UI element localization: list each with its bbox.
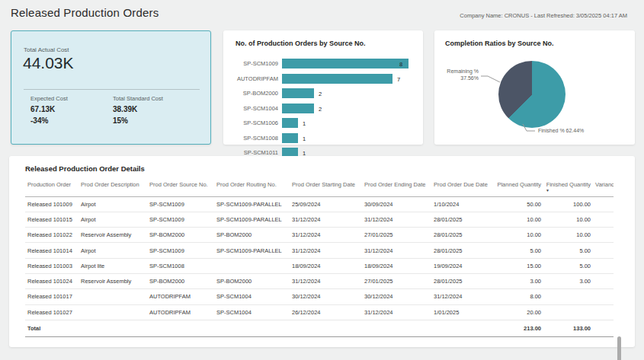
table-cell: Total bbox=[25, 320, 78, 336]
table-cell: 31/12/2024 bbox=[290, 243, 362, 258]
bar-value-label: 7 bbox=[397, 76, 400, 83]
table-cell bbox=[147, 320, 214, 336]
pie-chart-card[interactable]: Completion Ratios by Source No. Remainin… bbox=[434, 30, 635, 145]
table-cell: Airpot bbox=[78, 243, 147, 258]
table-cell bbox=[593, 243, 614, 258]
bar[interactable] bbox=[282, 59, 409, 68]
table-cell: 31/12/2024 bbox=[290, 228, 362, 243]
table-row[interactable]: Released 101009AirpotSP-SCM1009SP-SCM100… bbox=[25, 196, 614, 212]
column-header[interactable]: Production Order bbox=[25, 177, 78, 196]
table-row[interactable]: Released 101014AirpotSP-SCM1009SP-SCM100… bbox=[25, 243, 614, 258]
leader-lines bbox=[434, 53, 635, 145]
table-header-row: Production OrderProd Order DescriptionPr… bbox=[25, 177, 614, 196]
bar-row[interactable]: SP-SCM1009 8 bbox=[223, 58, 423, 73]
table-cell: 5.00 bbox=[494, 243, 543, 258]
table-cell: 18/09/2024 bbox=[290, 258, 362, 273]
bar[interactable] bbox=[282, 88, 314, 98]
table-cell: Released 101009 bbox=[25, 196, 78, 212]
table-cell bbox=[290, 320, 362, 336]
column-header[interactable]: Prod Order Description bbox=[78, 177, 147, 196]
table-row[interactable]: Released 101024Reservoir AssemblySP-BOM2… bbox=[25, 273, 614, 288]
table-cell bbox=[78, 304, 147, 320]
table-cell: SP-SCM1009 bbox=[147, 212, 214, 227]
table-cell: Reservoir Assembly bbox=[78, 228, 147, 243]
table-cell: 30/09/2024 bbox=[362, 196, 431, 212]
table-cell: 28/01/2025 bbox=[431, 212, 494, 227]
bar-category-label: SP-SCM1006 bbox=[223, 119, 278, 126]
table-cell bbox=[362, 320, 431, 336]
table-cell: 28/01/2025 bbox=[431, 243, 494, 258]
table-cell bbox=[78, 289, 147, 304]
column-header[interactable]: Planned Quantity bbox=[494, 177, 543, 196]
column-header[interactable]: Variance bbox=[593, 177, 614, 196]
column-header[interactable]: Prod Order Due Date bbox=[431, 177, 494, 196]
bar-value-label: 1 bbox=[303, 120, 306, 127]
table-cell bbox=[543, 304, 593, 320]
bar-row[interactable]: SP-SCM1004 2 bbox=[223, 103, 423, 118]
kpi-secondary-value: 67.13K bbox=[30, 105, 114, 113]
column-header[interactable]: Finished Quantity▼ bbox=[543, 177, 593, 196]
bar-track: 8 bbox=[282, 59, 412, 68]
bar[interactable] bbox=[282, 104, 314, 113]
table-row[interactable]: Released 101027AUTODRIPFAMSP-SCM100426/1… bbox=[25, 304, 614, 320]
table-cell: 28/01/2025 bbox=[431, 228, 494, 243]
column-header[interactable]: Prod Order Routing No. bbox=[214, 177, 290, 196]
table-cell: AUTODRIPFAM bbox=[147, 304, 214, 320]
bar-row[interactable]: SP-BOM2000 2 bbox=[223, 88, 423, 103]
bar-chart-card[interactable]: No. of Production Orders by Source No. S… bbox=[223, 30, 423, 145]
bar[interactable] bbox=[282, 74, 392, 84]
table-cell: Released 101017 bbox=[25, 289, 78, 304]
table-cell bbox=[593, 320, 614, 336]
table-cell: 31/12/2024 bbox=[290, 273, 362, 288]
table-cell: SP-SCM1004 bbox=[214, 304, 290, 320]
kpi-card-total-actual-cost[interactable]: Total Actual Cost 44.03K Expected Cost 6… bbox=[11, 30, 211, 145]
table-row[interactable]: Released 101015AirpotSP-SCM1009SP-SCM100… bbox=[25, 212, 614, 227]
table-cell: SP-SCM1009-PARALLEL bbox=[214, 212, 290, 227]
table-cell bbox=[593, 273, 614, 288]
kpi-secondary-label: Expected Cost bbox=[30, 95, 114, 102]
bar-row[interactable]: SP-SCM1006 1 bbox=[223, 117, 423, 132]
table-cell: Released 101022 bbox=[25, 228, 78, 243]
table-cell bbox=[593, 228, 614, 243]
table-cell: SP-BOM2000 bbox=[147, 228, 214, 243]
table-cell: Released 101024 bbox=[25, 273, 78, 288]
bar[interactable] bbox=[282, 118, 298, 128]
table-cell: 18/09/2024 bbox=[362, 258, 431, 273]
table-row[interactable]: Released 101017AUTODRIPFAMSP-SCM100430/1… bbox=[25, 289, 614, 304]
table-cell: SP-SCM1009-PARALLEL bbox=[214, 196, 290, 212]
table-cell: SP-SCM1009-PARALLEL bbox=[214, 243, 290, 258]
top-header-bar: Released Production Orders Company Name:… bbox=[0, 0, 644, 27]
bar-chart-title: No. of Production Orders by Source No. bbox=[235, 40, 366, 47]
kpi-secondary-value: 38.39K bbox=[113, 105, 197, 113]
kpi-secondary-expected-cost: Expected Cost 67.13K -34% bbox=[30, 95, 114, 125]
table-row[interactable]: Released 101022Reservoir AssemblySP-BOM2… bbox=[25, 228, 614, 243]
kpi-secondary-delta: -34% bbox=[30, 116, 114, 125]
table-cell: 10.00 bbox=[494, 228, 543, 243]
table-title: Released Production Order Details bbox=[25, 164, 145, 173]
vertical-scrollbar-thumb[interactable] bbox=[617, 336, 621, 360]
column-header[interactable]: Prod Order Starting Date bbox=[290, 177, 362, 196]
table-cell bbox=[593, 196, 614, 212]
bar[interactable] bbox=[282, 133, 298, 143]
table-cell: SP-SCM1004 bbox=[214, 289, 290, 304]
pie-chart-plot: Remaining % 37.56% Finished % 62.44% bbox=[434, 53, 635, 145]
bar-track: 2 bbox=[282, 88, 412, 98]
table-cell: Airpot bbox=[78, 212, 147, 227]
total-row[interactable]: Total213.00133.00 bbox=[25, 320, 614, 336]
table-card[interactable]: Released Production Order Details Produc… bbox=[9, 156, 635, 347]
table-row[interactable]: Released 101003Airpot liteSP-SCM100818/0… bbox=[25, 258, 614, 273]
table-cell: 5.00 bbox=[543, 258, 593, 273]
bar-row[interactable]: SP-SCM1008 1 bbox=[223, 132, 423, 148]
column-header[interactable]: Prod Order Ending Date bbox=[362, 177, 431, 196]
kpi-secondary-standard-cost: Total Standard Cost 38.39K 15% bbox=[113, 95, 197, 125]
table-cell: SP-SCM1009 bbox=[147, 196, 214, 212]
table-cell: 31/12/2024 bbox=[362, 243, 431, 258]
table-cell: SP-BOM2000 bbox=[214, 228, 290, 243]
table-cell bbox=[593, 289, 614, 304]
column-header[interactable]: Prod Order Source No. bbox=[147, 177, 214, 196]
table-cell: Airpot bbox=[78, 196, 147, 212]
vertical-scrollbar[interactable] bbox=[617, 336, 621, 360]
bar-row[interactable]: AUTODRIPFAM 7 bbox=[223, 73, 423, 88]
table-cell: 10.00 bbox=[543, 212, 593, 227]
table-cell: Released 101015 bbox=[25, 212, 78, 227]
